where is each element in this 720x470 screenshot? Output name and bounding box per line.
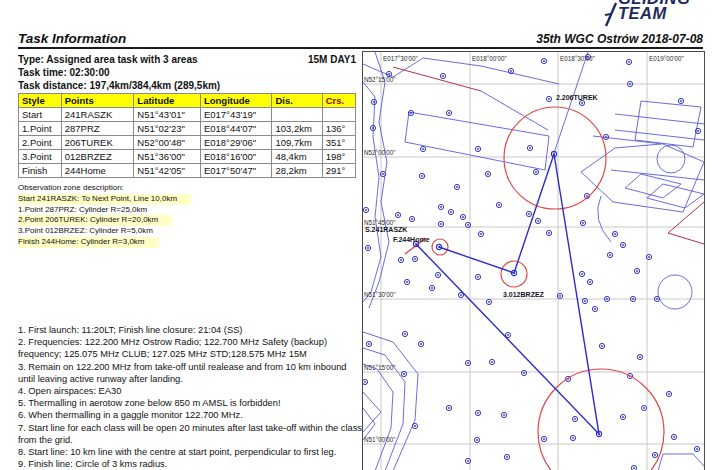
table-cell: E018°16'00" [200,150,271,164]
turnpoint-label: 3.012BRZEZ [503,291,545,298]
table-cell: 1.Point [19,122,62,136]
table-cell: 351° [322,136,355,150]
briefing-note: 3. Remain on 122.200 MHz from take-off u… [18,361,362,385]
waypoint-icon [400,259,402,261]
airspace-boundary [658,454,704,470]
turnpoint-table: StylePointsLatitudeLongitudeDis.Crs. Sta… [18,93,356,178]
airspace-circle [657,145,685,173]
waypoint-icon [406,281,408,283]
table-cell: N51°02'23" [134,122,201,136]
waypoint-icon [503,414,505,416]
table-cell [322,108,355,122]
waypoint-icon [643,407,645,409]
table-cell: 109,7km [272,136,322,150]
glider-icon [604,1,618,27]
waypoint-icon [467,362,469,364]
waypoint-icon [548,232,550,234]
table-cell: 136° [322,122,355,136]
longitude-label: E018°00'00" [472,55,507,62]
task-point [513,272,515,274]
waypoint-icon [477,276,479,278]
turnpoint-cylinder [538,369,664,470]
column-header-dis: Dis. [272,94,322,108]
table-cell: 012BRZEZ [61,150,134,164]
waypoint-icon [388,73,390,75]
waypoint-icon [506,456,508,458]
waypoint-icon [507,334,509,336]
waypoint-icon [411,218,413,220]
airspace-boundary [405,112,549,170]
task-distance: Task distance: 197,4km/384,4km (289,5km) [18,79,356,92]
waypoint-icon [437,274,439,276]
table-cell: 287PRZ [61,122,134,136]
waypoint-icon [442,75,444,77]
airspace-boundary [363,364,393,470]
airspace-circle [658,275,692,309]
table-cell: N51°42'05" [134,164,201,178]
task-time: Task time: 02:30:00 [18,66,356,79]
latitude-label: N52°00'00" [364,149,396,156]
waypoint-icon [648,256,650,258]
waypoint-icon [528,213,530,215]
longitude-label: E018°30'00" [560,55,595,62]
waypoint-icon [636,270,638,272]
table-cell: Start [19,108,62,122]
waypoint-icon [606,298,608,300]
observation-zone-line: 3.Point 012BRZEZ: Cylinder R=5,0km [18,226,167,237]
waypoint-icon [574,418,576,420]
table-cell [272,108,322,122]
waypoint-icon [410,112,412,114]
waypoint-icon [382,173,384,175]
observation-title: Observation zone description: [18,183,191,194]
restricted-airspace-boundary [393,67,481,91]
briefing-note: 6. When thermalling in a gaggle monitor … [18,409,362,421]
briefing-note: 8. Start line: 10 km line with the centr… [18,446,362,458]
task-point [438,246,440,248]
waypoint-icon [467,460,469,462]
task-point [553,153,555,155]
waypoint-icon [680,100,682,102]
waypoint-icon [476,439,478,441]
waypoint-icon [488,301,490,303]
waypoint-icon [460,294,462,296]
waypoint-icon [609,254,611,256]
table-row: 3.Point012BRZEZN51°36'00"E018°16'00"48,4… [19,150,356,164]
table-cell: N51°43'01" [134,108,201,122]
longitude-label: E019°00'00" [649,55,684,62]
task-point [415,243,417,245]
observation-zone-line: Start 241RASZK: To Next Point, Line 10,0… [18,194,191,205]
header-rule [18,47,703,49]
table-cell: 3.Point [19,150,62,164]
table-cell: N52°00'48" [134,136,201,150]
waypoint-icon [477,148,479,150]
waypoint-icon [373,101,375,103]
waypoint-icon [404,333,406,335]
waypoint-icon [654,454,656,456]
task-meta: Type: Assigned area task with 3 areas 15… [18,53,356,92]
waypoint-icon [368,343,370,345]
briefing-note: 1. First launch: 11:20LT; Finish line cl… [18,324,362,336]
waypoint-icon [414,425,416,427]
waypoint-icon [403,373,405,375]
waypoint-icon [639,356,641,358]
waypoint-icon [431,287,433,289]
waypoint-icon [673,436,675,438]
waypoint-icon [605,136,607,138]
table-cell: Finish [19,164,62,178]
table-cell: 291° [322,164,355,178]
longitude-label: E017°30'00" [383,55,418,62]
table-row: 2.Point206TUREKN52°00'48"E018°29'06"109,… [19,136,356,150]
waypoint-icon [448,112,450,114]
waypoint-icon [633,467,635,469]
restricted-airspace-boundary [668,202,704,244]
column-header-latitude: Latitude [134,94,201,108]
waypoint-icon [529,147,531,149]
latitude-label: N51°30'00" [364,291,396,298]
task-map: E017°30'00"E018°00'00"E018°30'00"E019°00… [362,51,705,470]
waypoint-icon [422,148,424,150]
waypoint-icon [584,300,586,302]
table-row: Start241RASZKN51°43'01"E017°43'19" [19,108,356,122]
briefing-note: 9. Finish line: Circle of 3 kms radius. [18,458,362,470]
waypoint-icon [372,127,374,129]
task-map-svg: E017°30'00"E018°00'00"E018°30'00"E019°00… [363,52,704,470]
